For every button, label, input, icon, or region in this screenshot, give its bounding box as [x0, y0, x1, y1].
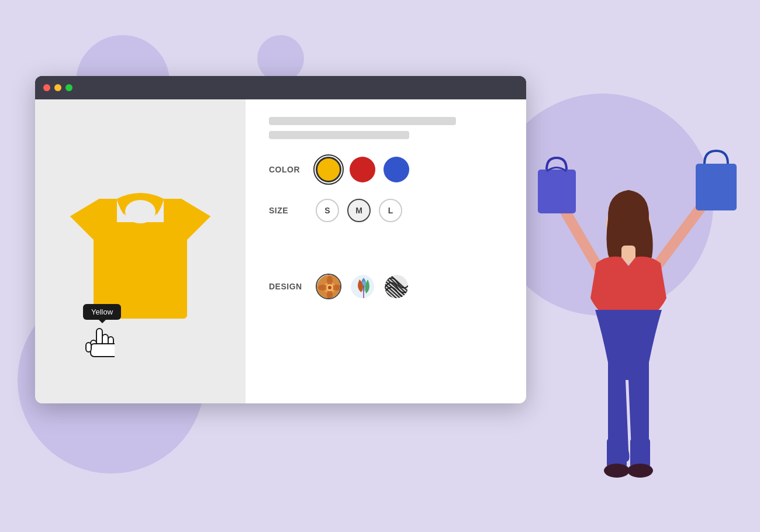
svg-point-15	[327, 276, 333, 285]
woman-illustration	[526, 111, 748, 532]
size-swatch-m[interactable]: M	[347, 199, 371, 222]
design-option-row: DESIGN	[269, 274, 503, 299]
svg-point-16	[327, 290, 333, 299]
svg-point-40	[627, 464, 653, 478]
browser-window: COLOR SIZE S M L Yellow	[35, 76, 526, 403]
color-label: COLOR	[269, 165, 316, 174]
svg-rect-6	[96, 329, 102, 345]
color-option-row: COLOR	[269, 157, 503, 182]
svg-point-39	[604, 464, 630, 478]
design-swatch-1[interactable]	[316, 274, 341, 299]
size-option-row: SIZE S M L	[269, 199, 503, 222]
svg-rect-12	[86, 343, 91, 352]
svg-point-20	[328, 286, 331, 289]
design-swatch-3[interactable]	[384, 274, 409, 299]
svg-rect-38	[630, 438, 650, 468]
svg-line-31	[561, 205, 602, 275]
color-swatches	[316, 157, 409, 182]
svg-point-17	[318, 285, 327, 291]
browser-titlebar	[35, 76, 526, 99]
design-swatches	[316, 274, 409, 299]
color-swatch-yellow[interactable]	[316, 157, 341, 182]
svg-rect-37	[607, 438, 627, 468]
cursor-hand-icon	[85, 327, 115, 360]
browser-content: COLOR SIZE S M L Yellow	[35, 99, 526, 403]
color-swatch-red[interactable]	[350, 157, 375, 182]
svg-rect-33	[538, 170, 576, 213]
product-image-panel	[35, 99, 246, 403]
browser-dot-close[interactable]	[43, 84, 50, 91]
size-label: SIZE	[269, 206, 316, 215]
size-swatch-s[interactable]: S	[316, 199, 339, 222]
color-swatch-blue[interactable]	[384, 157, 409, 182]
browser-dot-maximize[interactable]	[65, 84, 72, 91]
size-swatches: S M L	[316, 199, 402, 222]
browser-dot-minimize[interactable]	[54, 84, 61, 91]
product-options-panel: COLOR SIZE S M L Yellow	[246, 99, 526, 403]
svg-rect-4	[94, 222, 187, 319]
size-swatch-l[interactable]: L	[379, 199, 402, 222]
svg-rect-11	[91, 344, 115, 357]
svg-point-18	[332, 285, 341, 291]
tshirt-image	[70, 181, 210, 322]
svg-rect-34	[696, 164, 737, 210]
product-title-bar-2	[269, 131, 409, 139]
product-title-bar-1	[269, 117, 456, 125]
design-label: DESIGN	[269, 282, 316, 291]
svg-point-5	[125, 200, 156, 223]
bg-circle-2	[257, 35, 304, 82]
design-swatch-2[interactable]	[350, 274, 375, 299]
